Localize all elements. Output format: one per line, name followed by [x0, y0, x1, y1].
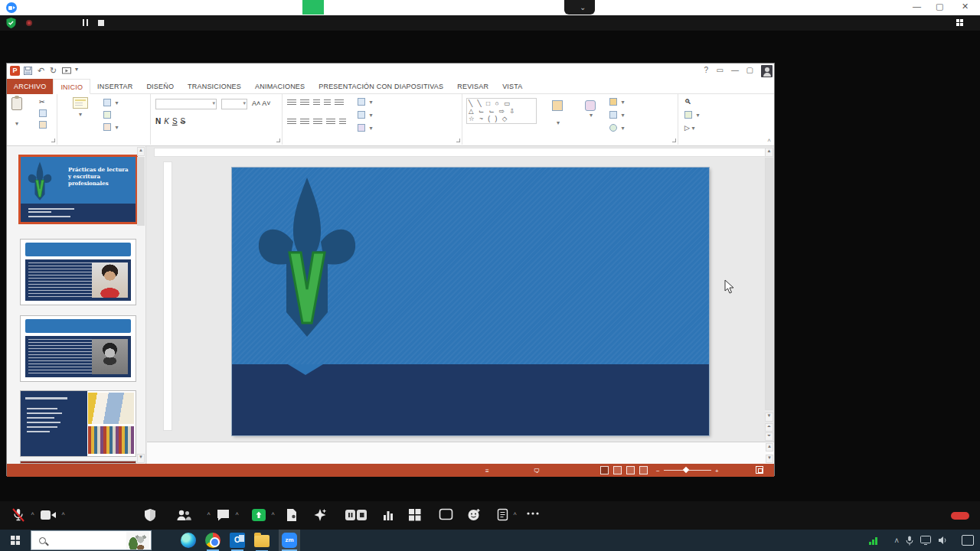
- slide-canvas[interactable]: [232, 168, 709, 435]
- font-style-button[interactable]: S: [181, 117, 186, 126]
- stock-widget[interactable]: [869, 536, 887, 545]
- notes-scroll-up[interactable]: ▲: [766, 443, 773, 452]
- breakout-rooms-button[interactable]: [408, 508, 421, 523]
- notification-center-icon[interactable]: [962, 535, 974, 546]
- slide-scroll-track[interactable]: [765, 158, 773, 410]
- view-button[interactable]: [956, 18, 966, 27]
- comments-toggle[interactable]: 🗨︎: [534, 468, 540, 474]
- find-button[interactable]: 🔍︎: [684, 98, 691, 106]
- ppt-restore-button[interactable]: ▢: [746, 66, 753, 74]
- notes-toggle[interactable]: ≡: [485, 468, 489, 474]
- save-icon[interactable]: [24, 67, 32, 75]
- chevron-up-icon[interactable]: ˄: [235, 510, 239, 517]
- list-buttons[interactable]: [287, 99, 348, 108]
- ribbon-display-button[interactable]: ▭: [717, 66, 724, 74]
- font-size-combo[interactable]: [221, 99, 247, 109]
- collapse-ribbon-button[interactable]: ˄: [767, 137, 771, 144]
- section-button[interactable]: ▾: [103, 123, 119, 131]
- slide-thumbnail-3[interactable]: [20, 315, 136, 382]
- shapes-gallery[interactable]: ╲ ╲ □ ○ ▭△ ⌙ ⌙ ⇨ ⇩☆ ~ ( ) ◇: [466, 98, 537, 124]
- ribbon-tab[interactable]: INSERTAR: [90, 79, 139, 94]
- notes-button[interactable]: ˄: [497, 508, 508, 523]
- font-style-button[interactable]: N: [155, 117, 161, 126]
- grow-font-button[interactable]: A˄ A˅: [252, 99, 271, 107]
- slide-thumbnail-4[interactable]: [20, 390, 136, 457]
- edge-icon[interactable]: [181, 533, 196, 548]
- paste-button[interactable]: ▾: [11, 97, 22, 127]
- previous-slide-button[interactable]: ⏶: [765, 423, 773, 432]
- restore-button[interactable]: ▢: [936, 2, 943, 11]
- tray-expand-icon[interactable]: ˄: [894, 536, 899, 545]
- chat-button[interactable]: ˄: [216, 508, 230, 523]
- align-text-button[interactable]: ▾: [358, 111, 373, 119]
- chevron-up-icon[interactable]: ˄: [271, 510, 275, 517]
- recording-controls-button[interactable]: [345, 508, 368, 523]
- reset-button[interactable]: [103, 111, 113, 119]
- start-button[interactable]: [0, 530, 31, 551]
- thumbs-scroll-thumb[interactable]: [137, 157, 145, 226]
- copy-button[interactable]: [39, 109, 49, 117]
- stop-recording-button[interactable]: [98, 20, 104, 26]
- chevron-up-icon[interactable]: ˄: [31, 510, 34, 517]
- pause-recording-button[interactable]: [83, 19, 88, 26]
- dialog-launcher-icon[interactable]: [51, 139, 55, 142]
- ribbon-tab[interactable]: DISEÑO: [139, 79, 181, 94]
- text-direction-button[interactable]: ▾: [358, 98, 373, 106]
- thumbs-scroll-up[interactable]: ▲: [137, 147, 145, 156]
- tray-speaker-icon[interactable]: [938, 536, 948, 545]
- reactions-button[interactable]: [467, 508, 481, 523]
- outlook-icon[interactable]: O: [230, 533, 245, 548]
- qat-dropdown-icon[interactable]: ▾: [75, 66, 78, 73]
- smartart-button[interactable]: ▾: [358, 124, 373, 132]
- undo-icon[interactable]: ↶: [38, 66, 44, 76]
- cut-button[interactable]: ✂: [39, 98, 45, 106]
- arrange-button[interactable]: ▾: [541, 100, 576, 126]
- unmute-button[interactable]: ˄: [11, 508, 26, 523]
- view-options-dropdown[interactable]: ⌄: [564, 0, 595, 15]
- start-summary-button[interactable]: [286, 508, 297, 523]
- chevron-up-icon[interactable]: ˄: [513, 510, 517, 517]
- dialog-launcher-icon[interactable]: [456, 139, 460, 142]
- slide-thumbnail-2[interactable]: [20, 239, 136, 305]
- search-input[interactable]: [51, 536, 112, 545]
- close-button[interactable]: ✕: [962, 2, 969, 11]
- ribbon-tab[interactable]: PRESENTACIÓN CON DIAPOSITIVAS: [312, 79, 450, 94]
- thumbs-scroll-down[interactable]: ▼: [137, 454, 145, 463]
- ppt-minimize-button[interactable]: —: [731, 66, 739, 74]
- next-slide-button[interactable]: ⏷: [765, 432, 773, 441]
- format-painter-button[interactable]: [39, 121, 49, 129]
- redo-icon[interactable]: ↻: [50, 66, 57, 76]
- select-button[interactable]: ▷ ▾: [684, 124, 694, 132]
- font-style-buttons[interactable]: NKSS: [155, 117, 188, 126]
- tray-mic-icon[interactable]: [906, 536, 913, 546]
- slide-thumbnail-1[interactable]: Prácticas de lectura y escritura profesi…: [20, 156, 136, 223]
- ai-companion-button[interactable]: [313, 508, 327, 523]
- dialog-launcher-icon[interactable]: [672, 139, 676, 142]
- more-button[interactable]: [526, 508, 540, 523]
- fit-slide-button[interactable]: [756, 466, 763, 474]
- ribbon-tab[interactable]: ANIMACIONES: [248, 79, 312, 94]
- chrome-icon[interactable]: [205, 533, 220, 548]
- font-name-combo[interactable]: [155, 99, 217, 109]
- zoom-slider[interactable]: [664, 470, 711, 471]
- reading-view-button[interactable]: [626, 466, 635, 474]
- notes-scroll-down[interactable]: ▼: [766, 455, 773, 463]
- security-button[interactable]: [144, 508, 156, 523]
- normal-view-button[interactable]: [600, 466, 609, 474]
- slideshow-view-button[interactable]: [639, 466, 648, 474]
- polls-button[interactable]: [382, 508, 394, 523]
- font-style-button[interactable]: S: [172, 117, 178, 126]
- zoom-taskbar-icon[interactable]: zm: [279, 530, 300, 551]
- start-slideshow-icon[interactable]: [62, 67, 71, 75]
- ribbon-tab[interactable]: VISTA: [495, 79, 529, 94]
- chevron-up-icon[interactable]: ˄: [61, 510, 65, 517]
- shape-effects-button[interactable]: ▾: [609, 124, 625, 132]
- dialog-launcher-icon[interactable]: [276, 139, 280, 142]
- slide-scroll-up[interactable]: ▲: [765, 148, 773, 157]
- zoom-out-button[interactable]: −: [656, 468, 660, 474]
- ribbon-tab[interactable]: INICIO: [53, 79, 90, 94]
- stop-video-button[interactable]: ˄: [40, 508, 57, 523]
- font-style-button[interactable]: K: [164, 117, 169, 126]
- support-button[interactable]: [439, 508, 453, 523]
- file-explorer-icon[interactable]: [254, 535, 270, 547]
